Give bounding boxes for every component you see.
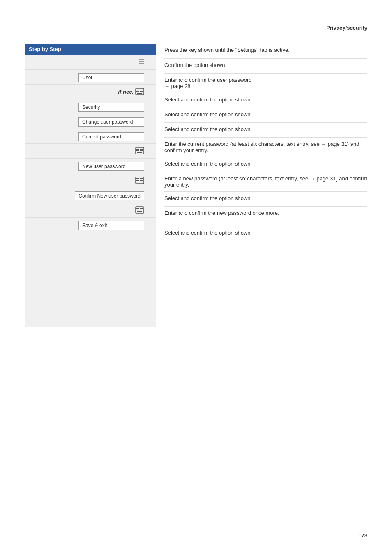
ifnec-row: if nec. <box>25 84 156 99</box>
svg-rect-23 <box>140 178 141 179</box>
new-password-option: New user password <box>78 162 144 171</box>
keyboard-icon-4 <box>135 206 144 214</box>
svg-rect-4 <box>141 90 143 90</box>
keyboard-icon-2 <box>135 147 144 154</box>
svg-rect-31 <box>136 208 138 209</box>
desc-current-password-text: Select and confirm the option shown. <box>164 126 252 132</box>
header: Privacy/security <box>0 0 392 35</box>
desc-keyboard-1: Enter the current password (at least six… <box>164 137 367 157</box>
save-exit-left: Save & exit <box>25 218 148 232</box>
svg-rect-16 <box>138 150 139 151</box>
svg-rect-18 <box>141 150 143 151</box>
desc-ifnec-text: Enter and confirm the user password→ pag… <box>164 77 251 89</box>
keyboard-icon-1 <box>135 88 144 95</box>
page: Privacy/security Step by Step ☰ User <box>0 0 392 555</box>
svg-rect-22 <box>138 178 139 179</box>
settings-icon-row: ☰ <box>25 55 156 69</box>
svg-rect-29 <box>137 182 142 182</box>
desc-keyboard-3-text: Enter and confirm the new password once … <box>164 210 279 216</box>
keyboard-row-1 <box>25 143 156 158</box>
keyboard-1-left <box>25 144 148 156</box>
left-column: Step by Step ☰ User if nec. <box>25 44 156 327</box>
settings-left: ☰ <box>25 55 148 67</box>
change-password-option: Change user password <box>78 117 144 127</box>
right-column: Press the key shown until the "Settings"… <box>156 44 367 327</box>
svg-rect-14 <box>141 149 143 150</box>
svg-rect-32 <box>138 208 139 209</box>
user-left: User <box>25 70 148 84</box>
svg-rect-21 <box>136 178 138 179</box>
keyboard-icon-3 <box>135 177 144 184</box>
page-number: 173 <box>358 532 367 539</box>
ifnec-left: if nec. <box>25 85 148 97</box>
desc-save-exit-text: Select and confirm the option shown. <box>164 230 252 236</box>
svg-rect-39 <box>137 211 142 212</box>
svg-rect-7 <box>140 91 141 92</box>
svg-rect-15 <box>136 150 138 151</box>
current-password-left: Current password <box>25 129 148 143</box>
desc-new-password: Select and confirm the option shown. <box>164 157 367 172</box>
bottom-padding <box>25 232 156 322</box>
current-password-option: Current password <box>78 132 144 141</box>
desc-settings: Press the key shown until the "Settings"… <box>164 44 367 58</box>
desc-keyboard-3: Enter and confirm the new password once … <box>164 206 367 226</box>
main-content: Step by Step ☰ User if nec. <box>0 35 392 335</box>
desc-change-password-text: Select and confirm the option shown. <box>164 111 252 117</box>
user-option-row: User <box>25 69 156 84</box>
new-password-left: New user password <box>25 159 148 173</box>
svg-rect-38 <box>141 210 143 210</box>
svg-rect-35 <box>136 210 138 210</box>
security-option: Security <box>78 103 144 112</box>
header-title: Privacy/security <box>326 25 367 31</box>
desc-save-exit: Select and confirm the option shown. <box>164 226 367 241</box>
desc-ifnec: Enter and confirm the user password→ pag… <box>164 73 367 93</box>
svg-rect-11 <box>136 149 138 150</box>
desc-confirm-password: Select and confirm the option shown. <box>164 191 367 206</box>
desc-change-password: Select and confirm the option shown. <box>164 108 367 122</box>
svg-rect-13 <box>140 149 141 150</box>
step-box: ☰ User if nec. <box>25 55 156 327</box>
svg-rect-34 <box>141 208 143 209</box>
security-left: Security <box>25 99 148 113</box>
svg-rect-26 <box>138 180 139 181</box>
settings-icon: ☰ <box>138 58 144 66</box>
svg-rect-33 <box>140 208 141 209</box>
svg-rect-5 <box>136 91 138 92</box>
desc-confirm-password-text: Select and confirm the option shown. <box>164 195 252 201</box>
user-option: User <box>78 73 144 82</box>
desc-keyboard-1-text: Enter the current password (at least six… <box>164 141 360 153</box>
svg-rect-12 <box>138 149 139 150</box>
svg-rect-37 <box>140 210 141 210</box>
svg-rect-25 <box>136 180 138 181</box>
svg-rect-24 <box>141 178 143 179</box>
desc-user: Confirm the option shown. <box>164 58 367 73</box>
step-by-step-header: Step by Step <box>25 44 156 55</box>
keyboard-row-2 <box>25 173 156 188</box>
desc-new-password-text: Select and confirm the option shown. <box>164 161 252 167</box>
svg-rect-17 <box>140 150 141 151</box>
save-exit-option: Save & exit <box>78 221 144 230</box>
svg-rect-19 <box>137 152 142 153</box>
desc-settings-text: Press the key shown until the "Settings"… <box>164 47 290 53</box>
security-option-row: Security <box>25 99 156 114</box>
desc-current-password: Select and confirm the option shown. <box>164 122 367 137</box>
keyboard-3-left <box>25 203 148 215</box>
svg-rect-3 <box>140 90 141 90</box>
svg-rect-8 <box>141 91 143 92</box>
change-password-option-row: Change user password <box>25 114 156 129</box>
desc-keyboard-2-text: Enter a new password (at least six chara… <box>164 175 367 188</box>
svg-rect-6 <box>138 91 139 92</box>
desc-security: Select and confirm the option shown. <box>164 93 367 108</box>
confirm-password-option: Confirm New user password <box>75 191 144 200</box>
current-password-option-row: Current password <box>25 129 156 143</box>
new-password-option-row: New user password <box>25 158 156 173</box>
svg-rect-27 <box>140 180 141 181</box>
if-nec-label: if nec. <box>118 89 134 95</box>
save-exit-option-row: Save & exit <box>25 217 156 232</box>
svg-rect-2 <box>138 90 139 90</box>
desc-security-text: Select and confirm the option shown. <box>164 97 252 103</box>
confirm-password-left: Confirm New user password <box>25 188 148 202</box>
keyboard-row-3 <box>25 203 156 217</box>
keyboard-2-left <box>25 173 148 186</box>
confirm-password-option-row: Confirm New user password <box>25 188 156 203</box>
